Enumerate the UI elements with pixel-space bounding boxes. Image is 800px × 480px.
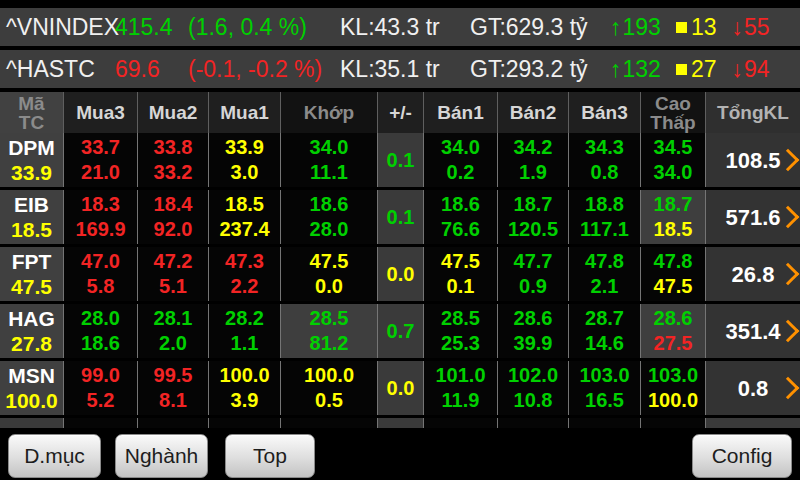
config-button[interactable]: Config: [692, 434, 792, 478]
cell-caothap: 18.718.5: [640, 190, 705, 244]
cell-ban3: 47.82.1: [568, 247, 640, 301]
table-body: DPM33.933.721.033.833.233.93.034.011.10.…: [0, 133, 800, 415]
total-volume: 26.8: [732, 262, 775, 287]
partial-next-row: [0, 418, 800, 428]
cell-mua3: 18.3169.9: [63, 190, 137, 244]
column-header-tongkl: TổngKL: [705, 92, 800, 133]
volume-value: 11.1: [310, 160, 348, 185]
decliners-count: ↓55: [731, 14, 769, 41]
volume-value: 34.0: [654, 160, 693, 185]
price-value: 0.0: [387, 376, 415, 401]
total-volume-cell: 26.8: [705, 247, 800, 301]
cell-mua1: 100.03.9: [208, 361, 280, 415]
table-row-fpt[interactable]: FPT47.547.05.847.25.147.32.247.50.00.047…: [0, 247, 800, 301]
ticker-cell: DPM33.9: [0, 133, 63, 187]
reference-price: 47.5: [11, 274, 52, 299]
volume-value: 0.9: [519, 274, 547, 299]
volume-value: 18.6: [81, 331, 120, 356]
index-turnover: GT:293.2 tỷ: [470, 56, 610, 83]
partial-cell: [377, 418, 423, 428]
price-value: 28.2: [225, 306, 264, 331]
cell-caothap: 103.0100.0: [640, 361, 705, 415]
volume-value: 5.1: [159, 274, 187, 299]
reference-price: 100.0: [5, 388, 58, 413]
market-breadth: ↑132 27 ↓94: [610, 56, 785, 83]
cell-khop: 28.581.2: [280, 304, 377, 358]
price-value: 28.0: [81, 306, 120, 331]
total-volume-cell: 0.8: [705, 361, 800, 415]
price-value: 33.9: [225, 135, 264, 160]
unchanged-count: 27: [676, 56, 717, 83]
cell-delta: 0.0: [377, 247, 423, 301]
volume-value: 5.8: [87, 274, 115, 299]
price-value: 33.7: [81, 135, 120, 160]
volume-value: 100.0: [648, 388, 698, 413]
up-arrow-icon: ↑: [610, 56, 622, 83]
price-value: 28.6: [514, 306, 553, 331]
header-label: Mua3: [76, 103, 125, 122]
volume-value: 33.2: [154, 160, 193, 185]
bottom-toolbar: D.mục Nghành Top Config: [0, 428, 800, 480]
cell-ban2: 47.70.9: [497, 247, 568, 301]
reference-price: 33.9: [11, 160, 52, 185]
volume-value: 2.0: [159, 331, 187, 356]
cell-ban3: 18.8117.1: [568, 190, 640, 244]
cell-mua3: 99.05.2: [63, 361, 137, 415]
cell-ban2: 18.7120.5: [497, 190, 568, 244]
down-arrow-icon: ↓: [731, 14, 743, 41]
column-header-mua3: Mua3: [63, 92, 137, 133]
cell-ban1: 47.50.1: [423, 247, 497, 301]
partial-cell: [568, 418, 640, 428]
column-header-ban2: Bán2: [497, 92, 568, 133]
header-label: +/-: [389, 103, 412, 122]
ticker-symbol: HAG: [8, 306, 55, 331]
header-label: Mua2: [149, 103, 198, 122]
volume-value: 120.5: [508, 217, 558, 242]
price-value: 28.6: [654, 306, 693, 331]
price-value: 103.0: [579, 363, 629, 388]
advancers-count: ↑193: [610, 14, 661, 41]
cell-ban1: 101.011.9: [423, 361, 497, 415]
cell-ban2: 34.21.9: [497, 133, 568, 187]
unchanged-square-icon: [676, 64, 687, 75]
table-row-hag[interactable]: HAG27.828.018.628.12.028.21.128.581.20.7…: [0, 304, 800, 358]
row-chevron-icon[interactable]: [777, 377, 800, 400]
cell-khop: 100.00.5: [280, 361, 377, 415]
price-value: 28.5: [310, 306, 349, 331]
ticker-symbol: DPM: [8, 135, 55, 160]
table-row-msn[interactable]: MSN100.099.05.299.58.1100.03.9100.00.50.…: [0, 361, 800, 415]
column-header-matc: MãTC: [0, 92, 63, 133]
table-row-dpm[interactable]: DPM33.933.721.033.833.233.93.034.011.10.…: [0, 133, 800, 187]
volume-value: 3.9: [231, 388, 259, 413]
price-value: 28.7: [585, 306, 624, 331]
index-value: 415.4: [115, 14, 188, 41]
reference-price: 18.5: [11, 217, 52, 242]
row-chevron-icon[interactable]: [777, 263, 800, 286]
volume-value: 169.9: [75, 217, 125, 242]
volume-value: 117.1: [580, 217, 629, 242]
cell-mua2: 47.25.1: [137, 247, 208, 301]
column-header-mua1: Mua1: [208, 92, 280, 133]
index-name: ^VNINDEX: [0, 14, 115, 41]
cell-ban2: 28.639.9: [497, 304, 568, 358]
price-value: 0.1: [387, 148, 415, 173]
cell-mua3: 33.721.0: [63, 133, 137, 187]
header-label: TC: [19, 113, 44, 132]
price-value: 18.5: [225, 192, 264, 217]
volume-value: 39.9: [514, 331, 553, 356]
down-arrow-icon: ↓: [731, 56, 743, 83]
header-label: Bán3: [581, 103, 627, 122]
partial-cell: [137, 418, 208, 428]
index-volume: KL:43.3 tr: [340, 14, 470, 41]
cell-delta: 0.1: [377, 190, 423, 244]
partial-cell: [497, 418, 568, 428]
top-button[interactable]: Top: [225, 434, 315, 478]
partial-cell: [208, 418, 280, 428]
partial-cell: [0, 418, 63, 428]
price-value: 99.5: [154, 363, 193, 388]
price-value: 34.0: [310, 135, 349, 160]
nghanh-button[interactable]: Nghành: [115, 434, 208, 478]
dmuc-button[interactable]: D.mục: [8, 434, 101, 478]
column-header-caothap: CaoThấp: [640, 92, 705, 133]
table-row-eib[interactable]: EIB18.518.3169.918.492.018.5237.418.628.…: [0, 190, 800, 244]
